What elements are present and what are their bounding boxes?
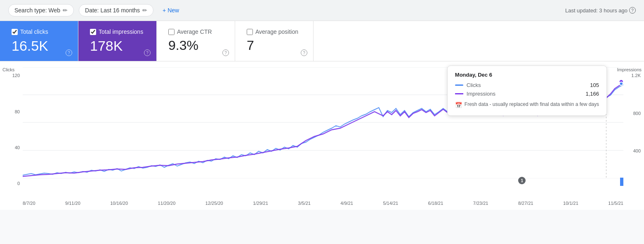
date-filter[interactable]: Date: Last 16 months ✏ (79, 4, 153, 16)
calendar-icon: 📅 (455, 101, 462, 110)
x-label-7: 3/5/21 (298, 201, 311, 206)
y-left-80: 80 (3, 109, 20, 114)
search-type-label: Search type: Web (14, 7, 60, 14)
total-impressions-checkbox[interactable] (90, 29, 96, 35)
blue-end-bar (620, 178, 623, 186)
y-left-120: 120 (3, 73, 20, 78)
last-updated: Last updated: 3 hours ago ? (565, 7, 636, 14)
x-label-5: 12/25/20 (205, 201, 223, 206)
tooltip-clicks-label: Clicks (455, 82, 481, 88)
average-position-help-icon[interactable]: ? (301, 49, 307, 56)
tooltip-clicks-value: 105 (590, 82, 599, 88)
x-label-4: 11/20/20 (158, 201, 176, 206)
average-ctr-checkbox[interactable] (168, 29, 175, 35)
average-ctr-value: 9.3% (168, 38, 223, 53)
svg-point-7 (620, 82, 623, 85)
x-label-9: 5/14/21 (383, 201, 398, 206)
chart-area: Clicks 120 80 40 0 Impressions 1.2K 800 … (0, 61, 644, 210)
x-axis-labels: 8/7/20 9/11/20 10/16/20 11/20/20 12/25/2… (23, 201, 623, 206)
metric-average-position[interactable]: Average position 7 ? (235, 21, 314, 61)
y-left-0: 0 (3, 181, 20, 186)
x-label-10: 6/18/21 (428, 201, 443, 206)
y-axis-left-label: Clicks (2, 67, 14, 72)
total-clicks-value: 16.5K (12, 38, 66, 54)
x-label-2: 9/11/20 (65, 201, 80, 206)
y-left-40: 40 (3, 145, 20, 150)
date-filter-edit-icon[interactable]: ✏ (142, 7, 147, 14)
date-filter-label: Date: Last 16 months (85, 7, 140, 14)
metric-total-clicks[interactable]: Total clicks 16.5K ? (0, 21, 78, 61)
search-type-filter[interactable]: Search type: Web ✏ (8, 4, 74, 16)
top-bar: Search type: Web ✏ Date: Last 16 months … (0, 0, 644, 21)
metric-average-ctr[interactable]: Average CTR 9.3% ? (157, 21, 235, 61)
total-clicks-checkbox[interactable] (12, 29, 18, 35)
average-ctr-help-icon[interactable]: ? (222, 49, 229, 56)
search-type-edit-icon[interactable]: ✏ (63, 7, 68, 14)
tooltip-impressions-value: 1,166 (585, 91, 599, 97)
tooltip-date: Monday, Dec 6 (455, 72, 599, 78)
x-label-1: 8/7/20 (23, 201, 35, 206)
y-right-400: 400 (626, 148, 641, 153)
last-updated-text: Last updated: 3 hours ago (565, 7, 627, 14)
average-position-label: Average position (255, 28, 298, 35)
tooltip-fresh-data-note: 📅 Fresh data - usually replaced with fin… (455, 101, 599, 110)
tooltip: Monday, Dec 6 Clicks 105 Impressions 1,1… (447, 66, 607, 116)
total-clicks-help-icon[interactable]: ? (66, 49, 72, 56)
annotation-dot[interactable]: 1 (518, 177, 526, 184)
y-right-1200: 1.2K (626, 73, 641, 78)
new-button[interactable]: + New (158, 5, 183, 16)
y-right-800: 800 (626, 111, 641, 116)
total-impressions-value: 178K (90, 38, 145, 54)
tooltip-impressions-row: Impressions 1,166 (455, 91, 599, 97)
x-label-13: 10/1/21 (563, 201, 578, 206)
total-impressions-label: Total impressions (99, 28, 143, 35)
tooltip-impressions-label: Impressions (455, 91, 495, 97)
total-clicks-label: Total clicks (20, 28, 48, 35)
average-position-value: 7 (247, 38, 302, 53)
x-label-8: 4/9/21 (340, 201, 353, 206)
x-label-6: 1/29/21 (253, 201, 268, 206)
metrics-row: Total clicks 16.5K ? Total impressions 1… (0, 21, 644, 61)
total-impressions-help-icon[interactable]: ? (144, 49, 151, 56)
average-position-checkbox[interactable] (247, 29, 253, 35)
x-label-12: 8/27/21 (518, 201, 533, 206)
new-button-label: + New (163, 7, 179, 14)
metric-total-impressions[interactable]: Total impressions 178K ? (78, 21, 157, 61)
tooltip-impressions-line (455, 93, 463, 94)
x-label-11: 7/23/21 (473, 201, 488, 206)
y-axis-right: 1.2K 800 400 (626, 73, 641, 186)
x-label-3: 10/16/20 (110, 201, 128, 206)
tooltip-clicks-row: Clicks 105 (455, 82, 599, 88)
x-label-14: 11/5/21 (608, 201, 623, 206)
tooltip-clicks-line (455, 84, 463, 86)
last-updated-info-icon[interactable]: ? (629, 7, 636, 14)
y-axis-left: 120 80 40 0 (3, 73, 20, 186)
average-ctr-label: Average CTR (177, 28, 212, 35)
